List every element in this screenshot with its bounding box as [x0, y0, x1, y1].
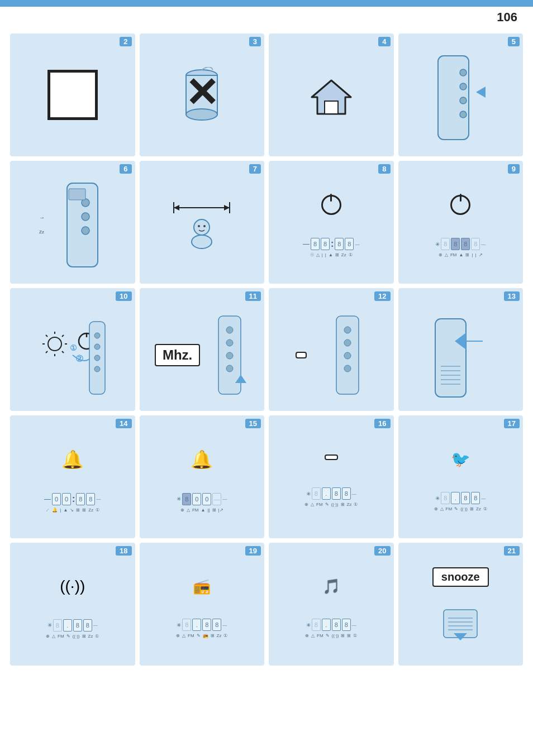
speaker-svg [424, 310, 497, 400]
cell-number-14: 14 [116, 419, 131, 428]
seg-display-17: ✳ 8 . 8 8 — [435, 492, 486, 504]
svg-marker-20 [224, 205, 230, 210]
svg-marker-10 [476, 87, 486, 98]
svg-text:→: → [39, 214, 45, 221]
svg-point-7 [460, 83, 467, 90]
svg-point-27 [48, 337, 61, 351]
cell-number-9: 9 [508, 164, 520, 174]
display-power-8: — 8 8 : 8 8 — ☉△||▲⊞Zz① [269, 161, 394, 284]
cell-number-5: 5 [508, 37, 520, 46]
svg-point-6 [460, 69, 467, 76]
display-power-9: ✳ 8 8 8 8 — ⊕△FM▲⊞||↗ [398, 161, 524, 284]
cell-3: 3 ✕ [140, 34, 265, 156]
person-icon [185, 216, 218, 250]
cell-8: 8 — 8 8 : 8 8 — ☉△||▲⊞Zz① [269, 161, 394, 284]
cell-9: 9 ✳ 8 8 8 8 — ⊕△FM▲⊞||↗ [398, 161, 524, 284]
radio-knobs-6: → Zz [10, 161, 135, 284]
house-icon [309, 78, 354, 117]
fm-knob-content: Mhz. [140, 288, 265, 411]
fm-label-16 [325, 454, 338, 460]
cell-21: 21 snooze [398, 543, 524, 666]
cell-number-8: 8 [378, 164, 390, 174]
cell-20: 20 🎵 ✳ 8 . 8 8 — ⊕△FM✎((·))⊞⊞① [269, 543, 394, 666]
svg-point-41 [94, 333, 100, 338]
alarm-display-14: 🔔 — 0 0 : 8 8 — ⟋🔔|▲↘⊞⊞Zz① [10, 415, 135, 538]
cell-4: 4 [269, 34, 394, 156]
wifi-display-18: ((·)) ✳ 8 . 8 8 — ⊕△FM✎((·))⊞Zz① [10, 543, 135, 666]
power-button-icon-8 [321, 195, 341, 215]
cell-5: 5 [398, 34, 524, 156]
svg-point-43 [94, 355, 100, 361]
svg-point-25 [198, 225, 200, 227]
cell-number-7: 7 [249, 164, 261, 174]
cell-number-3: 3 [249, 37, 261, 46]
cell-number-19: 19 [245, 546, 261, 556]
svg-line-33 [62, 351, 64, 353]
seg-display-9: ✳ 8 8 8 8 — [435, 238, 486, 250]
mhz-label-12 [296, 352, 307, 358]
svg-point-26 [203, 225, 206, 227]
bird-icon-17: 🐦 [451, 450, 470, 468]
seg-display-16: ✳ 8 . 8 8 — [306, 487, 356, 500]
nature-icon-20: 🎵 [322, 578, 340, 595]
indoor-use-content [309, 73, 354, 117]
snooze-arrow-svg [432, 599, 488, 654]
cell-15: 15 🔔 ✳ 8 0 0 — — ⊕△FM▲||⊞|↗ [140, 415, 265, 538]
speaker-arrow-content [398, 288, 524, 411]
svg-point-46 [226, 327, 233, 333]
mhz-knob-content [269, 288, 394, 411]
sun-power-svg: ① ② [39, 310, 106, 400]
svg-text:①: ① [70, 343, 77, 352]
cell-number-11: 11 [245, 291, 261, 301]
cell-17: 17 🐦 ✳ 8 . 8 8 — ⊕△FM✎((·))⊞Zz① [398, 415, 524, 538]
cell-number-6: 6 [120, 164, 131, 174]
svg-point-49 [226, 365, 233, 372]
instruction-grid: 2 3 ✕ 4 [0, 0, 533, 676]
svg-line-35 [46, 351, 47, 353]
svg-point-8 [460, 97, 467, 104]
knob-svg-11 [216, 310, 249, 400]
cell-number-21: 21 [504, 546, 520, 556]
svg-line-34 [62, 335, 64, 337]
cell-12: 12 [269, 288, 394, 411]
svg-marker-19 [174, 205, 179, 210]
cell-14: 14 🔔 — 0 0 : 8 8 — ⟋🔔|▲↘⊞⊞Zz① [10, 415, 135, 538]
snooze-label: snooze [432, 567, 489, 587]
page-number: 106 [497, 10, 517, 25]
bird-display-17: 🐦 ✳ 8 . 8 8 — ⊕△FM✎((·))⊞Zz① [398, 415, 524, 538]
svg-text:②: ② [75, 354, 83, 363]
seg-display-20: ✳ 8 . 8 8 — [306, 619, 356, 631]
svg-rect-4 [325, 101, 338, 114]
svg-point-47 [226, 339, 233, 346]
distance-content [171, 195, 232, 250]
svg-line-32 [46, 335, 47, 337]
seg-display-15: ✳ 8 0 0 — — [177, 493, 227, 505]
cell-11: 11 Mhz. [140, 288, 265, 411]
cell-number-18: 18 [116, 546, 131, 556]
cell-number-12: 12 [374, 291, 390, 301]
radio-side-5 [398, 34, 524, 156]
status-bar-9: ⊕△FM▲⊞||↗ [439, 252, 483, 257]
svg-point-48 [226, 352, 233, 359]
cell-7: 7 [140, 161, 265, 284]
svg-point-23 [194, 219, 210, 235]
cylinder-cross-illustration: ✕ [140, 34, 265, 156]
status-bar-16: ⊕△FM✎((·))⊞Zz① [304, 502, 358, 507]
seg-display-14: — 0 0 : 8 8 — [44, 493, 101, 505]
cell-13: 13 [398, 288, 524, 411]
seg-display-19: ✳ 8 . 8 8 — [177, 619, 227, 631]
svg-point-42 [94, 344, 100, 350]
cell-2: 2 [10, 34, 135, 156]
fm-display-16: ✳ 8 . 8 8 — ⊕△FM✎((·))⊞Zz① [269, 415, 394, 538]
svg-point-44 [94, 366, 100, 372]
top-bar [0, 0, 533, 7]
cell-19: 19 📻 ✳ 8 . 8 8 — ⊕△FM✎📻⊞Zz① [140, 543, 265, 666]
status-bar-19: ⊕△FM✎📻⊞Zz① [176, 633, 227, 638]
cell-number-2: 2 [120, 37, 131, 46]
svg-point-55 [344, 365, 351, 372]
status-bar-14: ⟋🔔|▲↘⊞⊞Zz① [45, 508, 99, 513]
svg-rect-15 [69, 189, 85, 200]
svg-rect-56 [435, 319, 466, 397]
nature-display-20: 🎵 ✳ 8 . 8 8 — ⊕△FM✎((·))⊞⊞① [269, 543, 394, 666]
cell-number-16: 16 [374, 419, 390, 428]
